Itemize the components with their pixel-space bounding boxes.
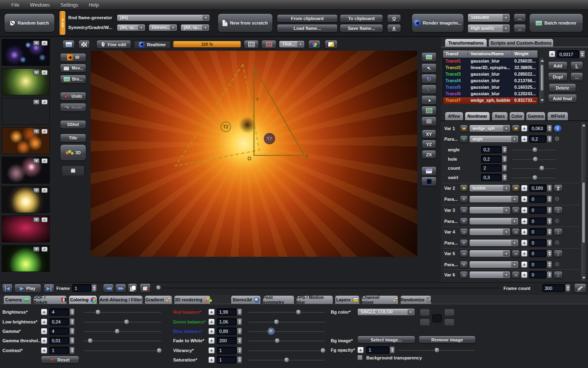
- frame-count-stepper[interactable]: [565, 284, 570, 292]
- saturation-animate-button[interactable]: +: [208, 357, 215, 363]
- frame-stepper[interactable]: [91, 284, 97, 292]
- select-image-button[interactable]: Select image...: [357, 336, 415, 343]
- play-button[interactable]: ▶ Play: [14, 284, 41, 293]
- thumbnail-checkbox[interactable]: ✓: [41, 188, 48, 193]
- resolution-more-button[interactable]: ...: [514, 13, 526, 22]
- scrollbar-thumb[interactable]: [582, 182, 586, 243]
- saturation-slider[interactable]: [248, 359, 325, 361]
- delete-thumbnail-button[interactable]: ✕: [33, 99, 40, 105]
- delete-thumbnail-button[interactable]: ✕: [33, 70, 40, 75]
- symmetry-select-2[interactable]: Uneven... ▼: [149, 24, 177, 31]
- red-balance-input[interactable]: 1,99: [217, 308, 236, 316]
- var1-param-value-input[interactable]: 0,2: [529, 135, 546, 143]
- tab-transformations[interactable]: Transformations: [445, 38, 487, 47]
- green-balance-animate-button[interactable]: +: [208, 319, 215, 325]
- resolution-select[interactable]: 588x368 ▼: [468, 13, 510, 22]
- title-button[interactable]: Title: [60, 134, 86, 142]
- scroll-up-icon[interactable]: [581, 123, 586, 128]
- bg-corner-swatch-tl[interactable]: [420, 309, 430, 316]
- tab-scripts[interactable]: Scripts and Custom-Buttons: [488, 38, 554, 47]
- thumbnail-checkbox[interactable]: ✓: [41, 129, 48, 134]
- fg-opacity-stepper[interactable]: [390, 346, 395, 354]
- gear-icon[interactable]: ⚙: [555, 239, 560, 246]
- var2-animate-button[interactable]: +: [521, 185, 528, 191]
- tab-color[interactable]: Color: [509, 112, 525, 120]
- contrast-animate-button[interactable]: +: [41, 347, 47, 354]
- slider-knob-focused[interactable]: [269, 329, 274, 334]
- var2-param-animate-button[interactable]: +: [521, 196, 528, 202]
- slider-knob[interactable]: [532, 175, 538, 180]
- select-tool-button[interactable]: ↖: [421, 63, 437, 73]
- var5-favorite-button[interactable]: [512, 250, 520, 257]
- low-brightness-animate-button[interactable]: +: [41, 319, 47, 325]
- var3-amount-stepper[interactable]: [547, 206, 552, 214]
- var3-favorite-button[interactable]: [512, 206, 520, 214]
- gamma-threshold-input[interactable]: 0,01: [49, 337, 69, 344]
- edit-triangle-mode-button[interactable]: [62, 40, 75, 49]
- slider-knob[interactable]: [157, 348, 162, 353]
- media-player-button[interactable]: [61, 165, 85, 176]
- vibrancy-stepper[interactable]: [237, 347, 242, 354]
- gear-icon[interactable]: ⚙: [555, 261, 560, 267]
- var2-move-up-button[interactable]: ⇧: [554, 184, 563, 192]
- var1-amount-input[interactable]: 0,063: [529, 125, 546, 132]
- param-hole-slider[interactable]: [512, 158, 557, 160]
- flat-shading-button[interactable]: [421, 117, 437, 126]
- var1-param-prev-button[interactable]: [460, 135, 468, 143]
- weight-stepper[interactable]: [579, 50, 585, 58]
- scroll-up-icon[interactable]: [539, 58, 545, 63]
- var3-priority-button[interactable]: [460, 206, 468, 214]
- gamma-threshold-stepper[interactable]: [69, 337, 75, 344]
- scroll-down-icon[interactable]: [539, 98, 545, 103]
- gamma-input[interactable]: 4: [49, 328, 69, 335]
- redo-button[interactable]: ↷ Redo: [60, 103, 86, 112]
- slider-knob[interactable]: [88, 338, 93, 343]
- var5-amount-input[interactable]: 0: [529, 250, 546, 257]
- var6-amount-input[interactable]: 0: [529, 271, 546, 278]
- 3d-button[interactable]: 3D: [60, 144, 86, 161]
- symmetry-select-1[interactable]: (All, sp... ▼: [117, 24, 145, 31]
- quick-load-button[interactable]: A: [387, 24, 401, 32]
- param-angle-slider[interactable]: [512, 149, 557, 150]
- fit-view-button[interactable]: [421, 52, 437, 62]
- table-row[interactable]: Transf6 gaussian_blur 0.120243...: [443, 91, 538, 97]
- menu-file[interactable]: File: [11, 2, 19, 8]
- tab-gradient[interactable]: Gradient: [145, 295, 172, 304]
- var1-param-animate-button[interactable]: +: [521, 136, 528, 142]
- view-yz-button[interactable]: YZ: [422, 140, 436, 148]
- tab-coloring[interactable]: Coloring: [69, 295, 97, 304]
- view-zx-button[interactable]: ZX: [422, 150, 436, 159]
- flame-thumbnail[interactable]: ✕ ✓: [2, 98, 50, 125]
- saturation-input[interactable]: 1: [217, 356, 236, 364]
- duplicate-frame-button[interactable]: [128, 283, 137, 293]
- var5-param-animate-button[interactable]: +: [521, 261, 528, 268]
- slider-knob[interactable]: [124, 319, 129, 325]
- thumbnail-checkbox[interactable]: ✓: [41, 70, 48, 75]
- delete-thumbnail-button[interactable]: ✕: [33, 217, 40, 222]
- var4-param-prev-button[interactable]: [460, 239, 468, 247]
- menu-windows[interactable]: Windows: [30, 2, 50, 8]
- clear-animation-button[interactable]: [574, 283, 586, 293]
- var2-param-value-input[interactable]: 0: [529, 195, 546, 203]
- triangle-style-select[interactable]: TRIA... ▼: [279, 40, 305, 48]
- fg-opacity-input[interactable]: 1: [366, 346, 389, 354]
- vibrancy-animate-button[interactable]: +: [208, 347, 215, 354]
- vibrancy-input[interactable]: 1: [217, 347, 236, 354]
- to-clipboard-button[interactable]: To clipboard: [340, 14, 383, 22]
- var5-param-stepper[interactable]: [547, 261, 552, 268]
- var6-amount-stepper[interactable]: [547, 271, 552, 278]
- param-swirl-slider[interactable]: [512, 177, 557, 178]
- param-hole-stepper[interactable]: [502, 155, 507, 163]
- delete-thumbnail-button[interactable]: ✕: [33, 40, 40, 46]
- contrast-slider[interactable]: [83, 350, 162, 351]
- quality-select[interactable]: High quality ▼: [468, 24, 510, 33]
- timeline-knob[interactable]: [156, 285, 161, 290]
- animate-weight-button[interactable]: +: [549, 51, 555, 57]
- var3-param-value-input[interactable]: 0: [529, 218, 546, 225]
- snapshot-button[interactable]: SShot: [60, 120, 86, 129]
- transform-more-button[interactable]: ...: [570, 72, 583, 81]
- tab-layers[interactable]: Layers: [335, 295, 360, 304]
- var4-param-animate-button[interactable]: +: [521, 240, 528, 246]
- param-count-slider[interactable]: [512, 167, 557, 169]
- reset-coloring-button[interactable]: ↶ Reset: [41, 356, 79, 364]
